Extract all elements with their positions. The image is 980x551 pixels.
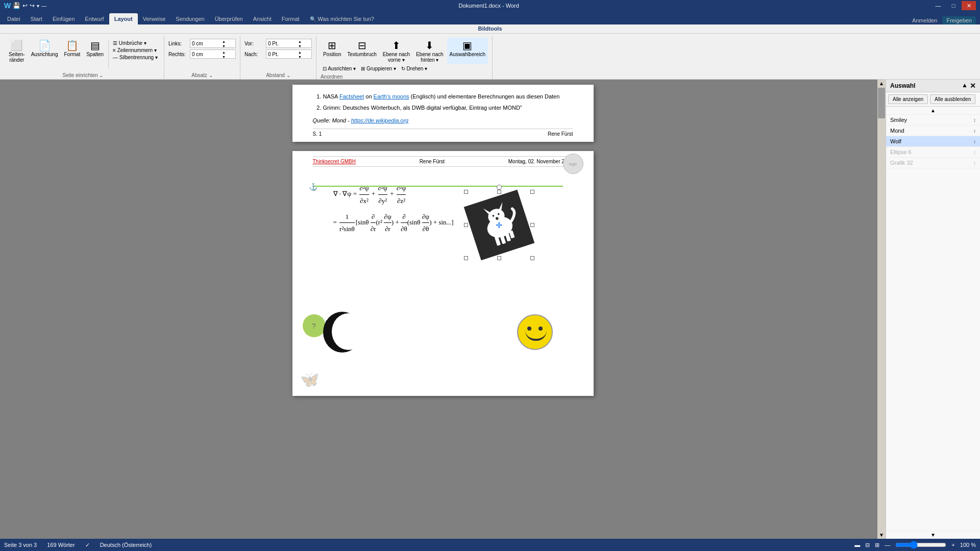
rechts-up-arrow[interactable]: ▲ — [221, 50, 227, 55]
view-web-btn[interactable]: ⊞ — [875, 542, 879, 548]
wolf-handle-tr[interactable] — [530, 190, 534, 194]
alle-anzeigen-btn[interactable]: Alle anzeigen — [888, 94, 928, 104]
ebene-vorne-btn[interactable]: ⬆ Ebene nachvorne ▾ — [380, 38, 412, 64]
vor-up-arrow[interactable]: ▲ — [297, 39, 303, 44]
qa-dropdown-btn[interactable]: ▾ — [37, 3, 39, 9]
panel-close-btn[interactable]: ✕ — [970, 82, 976, 90]
wolf-handle-bl[interactable] — [464, 256, 468, 260]
tab-einfugen[interactable]: Einfügen — [47, 13, 80, 24]
textumbruch-btn[interactable]: ⊟ Textumbruch — [345, 38, 379, 64]
qa-extra-btn[interactable]: ― — [41, 3, 46, 9]
scroll-down-arrow[interactable]: ▼ — [878, 531, 885, 539]
vor-spinbox[interactable]: ▲ ▼ — [266, 39, 312, 48]
absatz-collapse-btn[interactable]: ⌄ — [209, 72, 213, 78]
track-changes-icon[interactable]: ✓ — [85, 542, 90, 548]
smiley-face[interactable] — [517, 314, 553, 350]
language[interactable]: Deutsch (Österreich) — [100, 542, 152, 548]
zeilennummern-btn[interactable]: ≡ Zeilennummern ▾ — [111, 47, 160, 54]
silbentrennung-btn[interactable]: — Silbentrennung ▾ — [111, 54, 160, 61]
tab-format[interactable]: Format — [277, 13, 305, 24]
tab-datei[interactable]: Datei — [2, 13, 26, 24]
maximize-btn[interactable]: □ — [946, 1, 961, 10]
links-input[interactable] — [190, 39, 221, 47]
ausrichten-btn[interactable]: ⊡ Ausrichten ▾ — [321, 65, 358, 72]
wolf-handle-ml[interactable] — [464, 223, 468, 227]
earths-moons-link[interactable]: Earth's moons — [374, 93, 409, 99]
format-btn[interactable]: 📋 Format — [62, 38, 83, 59]
alle-ausblenden-btn[interactable]: Alle ausblenden — [930, 94, 975, 104]
nach-spinbox[interactable]: ▲ ▼ — [266, 49, 312, 59]
close-btn[interactable]: ✕ — [962, 1, 976, 10]
tab-ansicht[interactable]: Ansicht — [248, 13, 277, 24]
ebene-hinten-btn[interactable]: ⬇ Ebene nachhinten ▾ — [413, 38, 446, 64]
panel-item-wolf[interactable]: Wolf ↕ — [886, 136, 980, 147]
wolf-center-handle[interactable]: ✛ — [496, 220, 502, 230]
rechts-down-arrow[interactable]: ▼ — [221, 55, 227, 59]
position-btn[interactable]: ⊞ Position — [321, 38, 344, 64]
panel-scroll-down-btn[interactable]: ▼ — [886, 531, 980, 539]
scroll-up-arrow[interactable]: ▲ — [878, 80, 885, 87]
anmelden-btn[interactable]: Anmelden — [912, 17, 938, 23]
einzug-collapse-btn[interactable]: ⌄ — [286, 72, 290, 78]
rechts-spinbox[interactable]: ▲ ▼ — [190, 49, 236, 59]
panel-expand-btn[interactable]: ▲ — [962, 82, 968, 90]
tab-uberprüfen[interactable]: Überprüfen — [210, 13, 248, 24]
seitenrander-btn[interactable]: ⬜ Seiten-ränder — [6, 38, 28, 64]
document-area[interactable]: ▲ ▼ NASA Factsheet on Earth's moons (Eng… — [0, 80, 886, 539]
panel-item-mond[interactable]: Mond ↕ — [886, 126, 980, 136]
wolf-handle-tl[interactable] — [464, 190, 468, 194]
wikipedia-link[interactable]: https://de.wikipedia.org — [351, 117, 409, 123]
wolf-handle-bm[interactable] — [497, 256, 501, 260]
links-up-arrow[interactable]: ▲ — [221, 39, 227, 44]
tab-was-mochten[interactable]: 🔍 Was möchten Sie tun? — [305, 13, 379, 24]
drehen-btn[interactable]: ↻ Drehen ▾ — [399, 65, 429, 72]
tab-layout[interactable]: Layout — [109, 13, 138, 24]
minimize-btn[interactable]: — — [931, 1, 945, 10]
title-bar: W 💾 ↩ ↪ ▾ ― Dokument1.docx - Word — □ ✕ — [0, 0, 980, 11]
nach-input[interactable] — [266, 50, 297, 58]
redo-btn[interactable]: ↪ — [30, 2, 35, 9]
tab-verweise[interactable]: Verweise — [138, 13, 171, 24]
wolf-handle-mr[interactable] — [530, 223, 534, 227]
spalten-btn[interactable]: ▤ Spalten — [84, 38, 106, 59]
save-btn[interactable]: 💾 — [13, 2, 20, 9]
panel-item-smiley[interactable]: Smiley ↕ — [886, 115, 980, 126]
zoom-out-btn[interactable]: — — [885, 542, 890, 548]
panel-item-grafik32[interactable]: Grafik 32 ↕ — [886, 158, 980, 168]
freigeben-btn[interactable]: Freigeben — [942, 16, 976, 24]
factsheet-link[interactable]: Factsheet — [339, 93, 364, 99]
wolf-selection-area[interactable]: ✛ — [466, 192, 532, 258]
wolf-handle-tm[interactable] — [497, 190, 501, 194]
ausrichtung-btn[interactable]: 📄 Ausrichtung — [29, 38, 61, 59]
zoom-slider[interactable] — [895, 541, 946, 549]
links-down-arrow[interactable]: ▼ — [221, 44, 227, 48]
wolf-rotation-handle[interactable] — [497, 185, 502, 190]
panel-scroll-top: ▲ — [886, 107, 980, 115]
gruppieren-btn[interactable]: ⊞ Gruppieren ▾ — [359, 65, 398, 72]
panel-scroll-up-btn[interactable]: ▲ — [886, 107, 980, 115]
smiley-right-eye — [538, 327, 543, 331]
nach-up-arrow[interactable]: ▲ — [297, 50, 303, 55]
rechts-input[interactable] — [190, 50, 221, 58]
ribbon-tab-bar: Datei Start Einfügen Entwurf Layout Verw… — [0, 11, 980, 24]
links-spinbox[interactable]: ▲ ▼ — [190, 39, 236, 48]
panel-item-ellipse6[interactable]: Ellipse 6 ↕ — [886, 147, 980, 158]
vor-input[interactable] — [266, 39, 297, 47]
tab-start[interactable]: Start — [26, 13, 47, 24]
auswahlbereich-btn[interactable]: ▣ Auswahlbereich — [447, 38, 488, 64]
wolf-handle-br[interactable] — [530, 256, 534, 260]
tab-entwurf[interactable]: Entwurf — [80, 13, 109, 24]
scroll-thumb[interactable] — [878, 88, 885, 118]
vertical-scrollbar[interactable]: ▲ ▼ — [877, 80, 886, 539]
view-layout-btn[interactable]: ⊟ — [865, 542, 870, 548]
view-normal-btn[interactable]: ▬ — [854, 542, 860, 548]
umbruche-btn[interactable]: ☰ Umbrüche ▾ — [111, 40, 160, 46]
tab-sendungen[interactable]: Sendungen — [170, 13, 209, 24]
header-author: Rene Fürst — [420, 159, 445, 164]
zoom-in-btn[interactable]: + — [951, 542, 954, 548]
wolf-image-container[interactable]: ✛ — [466, 192, 532, 258]
undo-btn[interactable]: ↩ — [22, 2, 28, 9]
seite-collapse-btn[interactable]: ⌄ — [99, 72, 103, 78]
nach-down-arrow[interactable]: ▼ — [297, 55, 303, 59]
vor-down-arrow[interactable]: ▼ — [297, 44, 303, 48]
